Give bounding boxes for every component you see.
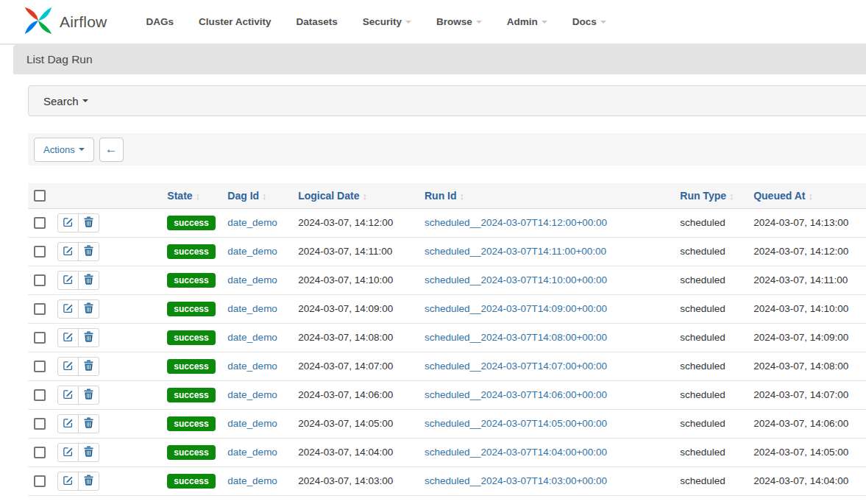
dag-id-cell: date_demo (221, 380, 292, 409)
logical-date-cell: 2024-03-07, 14:09:00 (292, 294, 419, 323)
edit-record-button[interactable] (57, 414, 79, 433)
logical-date-cell: 2024-03-07, 14:11:00 (292, 237, 419, 266)
edit-record-button[interactable] (57, 213, 79, 233)
nav-item-dags[interactable]: DAGs (133, 9, 186, 35)
trash-icon (84, 302, 93, 316)
dag-id-link[interactable]: date_demo (227, 303, 277, 314)
column-header-queued-at[interactable]: Queued At↕ (748, 183, 866, 208)
row-checkbox[interactable] (34, 361, 46, 372)
delete-trash-icon-button[interactable] (78, 443, 99, 462)
nav-item-browse[interactable]: Browse (424, 9, 494, 35)
nav-item-cluster-activity[interactable]: Cluster Activity (186, 9, 284, 35)
sort-icon[interactable]: ↕ (729, 191, 734, 202)
dag-id-link[interactable]: date_demo (227, 447, 277, 458)
run-id-link[interactable]: scheduled__2024-03-07T14:04:00+00:00 (425, 447, 607, 458)
trash-icon (84, 331, 93, 344)
select-all-checkbox[interactable] (34, 190, 46, 202)
row-checkbox[interactable] (34, 447, 46, 458)
delete-trash-icon-button[interactable] (78, 299, 99, 319)
run-id-cell: scheduled__2024-03-07T14:03:00+00:00 (419, 466, 674, 495)
delete-trash-icon-button[interactable] (78, 386, 99, 405)
trash-icon (84, 216, 93, 230)
column-header-run-type[interactable]: Run Type↕ (674, 183, 748, 208)
table-row: success date_demo 2024-03-07, 14:05:00 s… (28, 409, 866, 438)
edit-record-button[interactable] (57, 357, 79, 376)
dag-id-link[interactable]: date_demo (227, 246, 277, 257)
run-id-link[interactable]: scheduled__2024-03-07T14:11:00+00:00 (425, 246, 606, 257)
column-header-state[interactable]: State↕ (161, 183, 221, 208)
dag-id-link[interactable]: date_demo (227, 389, 277, 400)
run-id-link[interactable]: scheduled__2024-03-07T14:09:00+00:00 (425, 303, 607, 314)
row-checkbox[interactable] (34, 475, 46, 487)
row-checkbox[interactable] (34, 418, 46, 430)
run-id-link[interactable]: scheduled__2024-03-07T14:06:00+00:00 (425, 389, 607, 400)
sort-icon[interactable]: ↕ (196, 191, 201, 202)
edit-record-button[interactable] (57, 472, 79, 491)
row-checkbox[interactable] (34, 389, 46, 401)
row-checkbox[interactable] (34, 332, 46, 344)
delete-trash-icon-button[interactable] (78, 271, 99, 290)
dag-id-link[interactable]: date_demo (227, 418, 277, 429)
nav-item-security[interactable]: Security (350, 9, 424, 35)
sort-icon[interactable]: ↕ (808, 191, 813, 202)
run-id-link[interactable]: scheduled__2024-03-07T14:03:00+00:00 (425, 475, 607, 486)
table-row: success date_demo 2024-03-07, 14:07:00 s… (28, 352, 866, 380)
state-badge: success (167, 244, 215, 259)
search-dropdown[interactable]: Search (28, 85, 866, 116)
run-id-link[interactable]: scheduled__2024-03-07T14:10:00+00:00 (425, 274, 607, 285)
state-badge: success (167, 216, 215, 230)
delete-trash-icon-button[interactable] (78, 472, 99, 491)
delete-trash-icon-button[interactable] (78, 414, 99, 433)
select-all-header (28, 183, 52, 208)
run-id-link[interactable]: scheduled__2024-03-07T14:08:00+00:00 (425, 332, 607, 343)
row-checkbox[interactable] (34, 217, 46, 229)
row-checkbox[interactable] (34, 246, 46, 258)
actions-cell (52, 438, 161, 466)
edit-record-button[interactable] (57, 328, 79, 347)
actions-dropdown-button[interactable]: Actions (34, 138, 94, 162)
delete-trash-icon-button[interactable] (78, 242, 99, 261)
table-row: success date_demo 2024-03-07, 14:06:00 s… (28, 380, 866, 409)
row-checkbox[interactable] (34, 303, 46, 315)
delete-trash-icon-button[interactable] (78, 328, 99, 347)
dag-id-cell: date_demo (221, 237, 292, 266)
dag-id-link[interactable]: date_demo (227, 217, 277, 228)
edit-record-button[interactable] (57, 242, 79, 261)
nav-item-docs[interactable]: Docs (560, 9, 619, 35)
run-type-cell: scheduled (674, 237, 748, 266)
airflow-brand[interactable]: Airflow (22, 4, 107, 40)
state-cell: success (161, 323, 221, 352)
dag-id-link[interactable]: date_demo (227, 361, 277, 372)
edit-record-button[interactable] (57, 271, 79, 290)
run-id-link[interactable]: scheduled__2024-03-07T14:12:00+00:00 (425, 217, 607, 228)
column-header-logical-date[interactable]: Logical Date↕ (292, 183, 419, 208)
checkbox-cell (28, 466, 52, 495)
run-id-cell: scheduled__2024-03-07T14:04:00+00:00 (419, 438, 674, 466)
dag-id-link[interactable]: date_demo (227, 274, 277, 285)
state-badge: success (167, 330, 215, 345)
nav-item-admin[interactable]: Admin (494, 9, 560, 35)
row-checkbox[interactable] (34, 274, 46, 286)
column-header-run-id[interactable]: Run Id↕ (419, 183, 674, 208)
edit-record-button[interactable] (57, 443, 79, 462)
run-id-link[interactable]: scheduled__2024-03-07T14:05:00+00:00 (425, 418, 607, 429)
delete-trash-icon-button[interactable] (78, 357, 99, 376)
actions-cell (52, 466, 161, 495)
nav-item-label: DAGs (146, 16, 174, 27)
dag-id-link[interactable]: date_demo (227, 332, 277, 343)
delete-trash-icon-button[interactable] (78, 213, 99, 233)
sort-icon[interactable]: ↕ (262, 191, 267, 202)
edit-record-button[interactable] (57, 386, 79, 405)
logical-date-cell: 2024-03-07, 14:05:00 (292, 409, 419, 438)
run-id-link[interactable]: scheduled__2024-03-07T14:07:00+00:00 (425, 361, 607, 372)
trash-icon (84, 446, 93, 459)
edit-record-button[interactable] (57, 299, 79, 319)
column-header-dag-id[interactable]: Dag Id↕ (221, 183, 292, 208)
run-id-cell: scheduled__2024-03-07T14:11:00+00:00 (419, 237, 674, 266)
sort-icon[interactable]: ↕ (460, 191, 465, 202)
caret-down-icon (600, 21, 606, 24)
back-button[interactable]: ← (99, 138, 124, 162)
nav-item-datasets[interactable]: Datasets (283, 9, 349, 35)
sort-icon[interactable]: ↕ (362, 191, 367, 202)
dag-id-link[interactable]: date_demo (227, 475, 277, 486)
